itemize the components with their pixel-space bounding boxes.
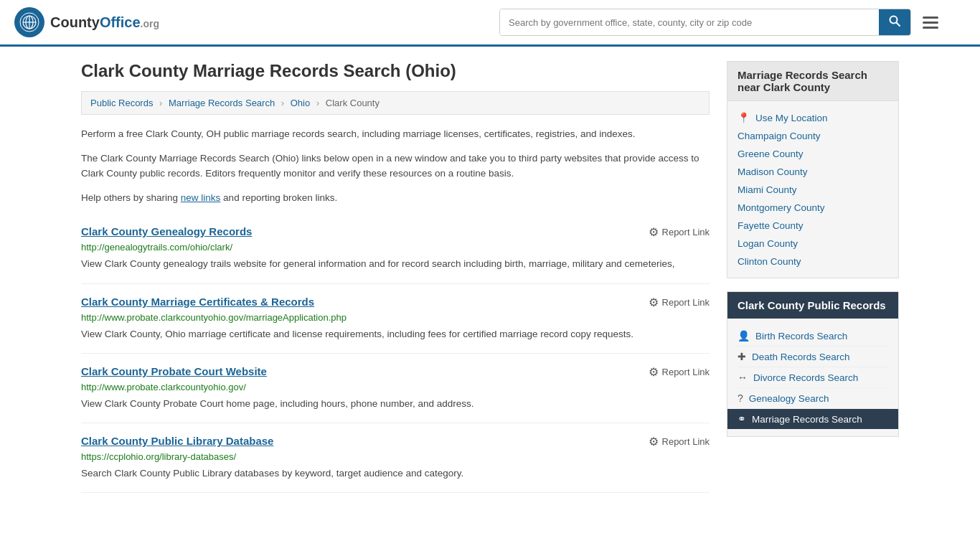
record-title-0[interactable]: Clark County Genealogy Records (81, 225, 252, 237)
breadcrumb-sep-2: › (281, 98, 284, 108)
record-entry-3: Clark County Public Library Database ⚙ R… (81, 423, 710, 493)
sidebar-county-champaign[interactable]: Champaign County (738, 127, 888, 145)
breadcrumb-marriage-records[interactable]: Marriage Records Search (169, 98, 275, 108)
sidebar-marriage-records-active[interactable]: ⚭ Marriage Records Search (727, 409, 898, 429)
sidebar-county-greene[interactable]: Greene County (738, 145, 888, 163)
public-records-section: Clark County Public Records 👤 Birth Reco… (727, 291, 899, 437)
search-input[interactable] (500, 9, 879, 35)
report-link-3[interactable]: ⚙ Report Link (649, 435, 710, 448)
genealogy-icon: ? (738, 392, 743, 404)
report-link-1[interactable]: ⚙ Report Link (649, 296, 710, 309)
record-title-3[interactable]: Clark County Public Library Database (81, 435, 273, 447)
description-1: Perform a free Clark County, OH public m… (81, 126, 710, 142)
report-icon-2: ⚙ (649, 365, 659, 379)
nearby-section-body: 📍 Use My Location Champaign County Green… (727, 101, 898, 278)
sidebar-county-fayette[interactable]: Fayette County (738, 217, 888, 235)
report-icon-0: ⚙ (649, 225, 659, 239)
new-links-link[interactable]: new links (181, 192, 221, 203)
sidebar-divorce-records[interactable]: ↔ Divorce Records Search (738, 367, 888, 388)
record-entry-2: Clark County Probate Court Website ⚙ Rep… (81, 354, 710, 423)
sidebar-county-montgomery[interactable]: Montgomery County (738, 199, 888, 217)
record-entry-1: Clark County Marriage Certificates & Rec… (81, 284, 710, 354)
death-icon: ✚ (738, 351, 746, 362)
breadcrumb: Public Records › Marriage Records Search… (81, 91, 710, 115)
report-link-2[interactable]: ⚙ Report Link (649, 365, 710, 379)
search-button[interactable] (879, 9, 910, 35)
birth-icon: 👤 (738, 330, 750, 342)
report-link-0[interactable]: ⚙ Report Link (649, 225, 710, 239)
page-title: Clark County Marriage Records Search (Oh… (81, 61, 710, 81)
sidebar-genealogy[interactable]: ? Genealogy Search (738, 388, 888, 409)
search-area (499, 9, 944, 36)
search-box (499, 9, 911, 36)
nearby-section-header: Marriage Records Search near Clark Count… (727, 62, 898, 101)
nearby-section: Marriage Records Search near Clark Count… (727, 61, 899, 278)
record-title-1[interactable]: Clark County Marriage Certificates & Rec… (81, 296, 314, 308)
record-entry-0: Clark County Genealogy Records ⚙ Report … (81, 214, 710, 283)
breadcrumb-public-records[interactable]: Public Records (90, 98, 153, 108)
record-desc-3: Search Clark County Public Library datab… (81, 466, 710, 481)
record-desc-2: View Clark County Probate Court home pag… (81, 397, 710, 411)
sidebar-county-madison[interactable]: Madison County (738, 163, 888, 181)
record-url-0[interactable]: http://genealogytrails.com/ohio/clark/ (81, 242, 710, 253)
sidebar-birth-records[interactable]: 👤 Birth Records Search (738, 326, 888, 347)
divorce-icon: ↔ (738, 372, 748, 383)
site-header: CountyOffice.org (0, 0, 980, 47)
sidebar-county-miami[interactable]: Miami County (738, 181, 888, 199)
report-icon-1: ⚙ (649, 296, 659, 309)
use-my-location-link[interactable]: 📍 Use My Location (738, 108, 888, 127)
public-records-header: Clark County Public Records (727, 292, 898, 319)
breadcrumb-clark-county: Clark County (326, 98, 380, 108)
record-desc-1: View Clark County, Ohio marriage certifi… (81, 327, 710, 342)
public-records-body: 👤 Birth Records Search ✚ Death Records S… (727, 319, 898, 436)
report-icon-3: ⚙ (649, 435, 659, 448)
marriage-icon: ⚭ (738, 413, 746, 425)
record-url-1[interactable]: http://www.probate.clarkcountyohio.gov/m… (81, 312, 710, 323)
record-url-3[interactable]: https://ccplohio.org/library-databases/ (81, 451, 710, 462)
svg-line-6 (897, 23, 900, 27)
sidebar-county-clinton[interactable]: Clinton County (738, 253, 888, 270)
breadcrumb-sep-1: › (159, 98, 162, 108)
record-desc-0: View Clark County genealogy trails websi… (81, 257, 710, 271)
sidebar-death-records[interactable]: ✚ Death Records Search (738, 347, 888, 367)
breadcrumb-sep-3: › (316, 98, 319, 108)
description-2: The Clark County Marriage Records Search… (81, 151, 710, 182)
logo-icon (14, 7, 44, 37)
breadcrumb-ohio[interactable]: Ohio (291, 98, 310, 108)
content-area: Clark County Marriage Records Search (Oh… (81, 61, 710, 493)
main-container: Clark County Marriage Records Search (Oh… (67, 47, 913, 507)
hamburger-menu-button[interactable] (917, 14, 944, 32)
sidebar-county-logan[interactable]: Logan County (738, 235, 888, 253)
logo-text: CountyOffice.org (50, 14, 159, 31)
description-3: Help others by sharing new links and rep… (81, 190, 710, 206)
logo-area: CountyOffice.org (14, 7, 159, 37)
record-title-2[interactable]: Clark County Probate Court Website (81, 365, 267, 377)
sidebar: Marriage Records Search near Clark Count… (727, 61, 899, 493)
record-url-2[interactable]: http://www.probate.clarkcountyohio.gov/ (81, 382, 710, 392)
location-icon: 📍 (738, 112, 750, 123)
